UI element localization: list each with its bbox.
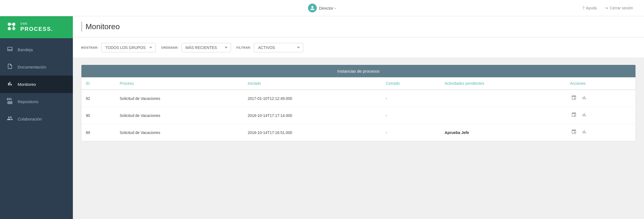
table-section-title: Instancias de procesos — [81, 65, 635, 77]
col-id[interactable]: ID — [81, 77, 115, 90]
cell-actividades — [440, 107, 566, 124]
sidebar-item-documentacion-label: Documentación — [18, 65, 46, 69]
cell-iniciado: 2017-01-10T12:12:49.000 — [243, 90, 381, 107]
table-row: 89 Solicitud de Vacaciones 2016-10-14T17… — [81, 124, 635, 141]
cell-actividades — [440, 90, 566, 107]
instances-table: ID Proceso Iniciado Cerrado Actividades … — [81, 77, 635, 141]
sidebar-item-colaboracion[interactable]: Colaboración — [0, 110, 73, 128]
filters-area: MOSTRAR: TODOS LOS GRUPOS GRUPO A GRUPO … — [73, 37, 644, 58]
sidebar: SWB PROCESS. Bandeja Documentación — [0, 16, 73, 219]
cell-id: 92 — [81, 90, 115, 107]
flow-icon-89[interactable] — [570, 128, 578, 137]
cell-cerrado: - — [381, 124, 440, 141]
col-acciones[interactable]: Acciones — [566, 77, 635, 90]
logout-icon: ↪ — [605, 6, 608, 10]
top-bar: Director - ? Ayuda ↪ Cerrar sesión — [0, 0, 644, 16]
ordenar-label: ORDENAR: — [161, 46, 178, 49]
chart-icon-89[interactable] — [580, 128, 588, 137]
main-layout: SWB PROCESS. Bandeja Documentación — [0, 16, 644, 219]
col-proceso[interactable]: Proceso — [115, 77, 243, 90]
sidebar-nav: Bandeja Documentación Monitoreo Reposito… — [0, 38, 73, 128]
cell-cerrado: - — [381, 90, 440, 107]
cell-acciones — [566, 107, 635, 124]
logo-icon — [5, 20, 18, 34]
table-header-row: ID Proceso Iniciado Cerrado Actividades … — [81, 77, 635, 90]
cell-iniciado: 2016-10-14T17:16:51.000 — [243, 124, 381, 141]
mostrar-label: MOSTRAR: — [81, 46, 98, 49]
cell-cerrado: - — [381, 107, 440, 124]
help-label: Ayuda — [586, 6, 597, 10]
logo-text: SWB PROCESS. — [20, 22, 53, 32]
table-row: 90 Solicitud de Vacaciones 2016-10-14T17… — [81, 107, 635, 124]
header-bar-decoration — [81, 22, 82, 32]
sidebar-item-bandeja-label: Bandeja — [18, 47, 33, 52]
cell-acciones — [566, 90, 635, 107]
col-iniciado[interactable]: Iniciado — [243, 77, 381, 90]
top-bar-actions: ? Ayuda ↪ Cerrar sesión — [582, 6, 633, 10]
sidebar-logo: SWB PROCESS. — [0, 16, 73, 38]
sidebar-item-monitoreo[interactable]: Monitoreo — [0, 76, 73, 93]
cell-acciones — [566, 124, 635, 141]
sidebar-item-bandeja[interactable]: Bandeja — [0, 41, 73, 58]
mostrar-select[interactable]: TODOS LOS GRUPOS GRUPO A GRUPO B — [101, 43, 156, 52]
bandeja-icon — [7, 46, 13, 53]
sidebar-item-monitoreo-label: Monitoreo — [18, 82, 36, 87]
help-button[interactable]: ? Ayuda — [582, 6, 597, 10]
content-area: Monitoreo MOSTRAR: TODOS LOS GRUPOS GRUP… — [73, 16, 644, 219]
table-wrapper: Instancias de procesos ID Proceso Inicia… — [81, 65, 636, 141]
sidebar-item-repositorio-label: Repositorio — [18, 99, 38, 104]
svg-point-2 — [8, 27, 11, 30]
flow-icon-90[interactable] — [570, 111, 578, 120]
chart-icon-92[interactable] — [580, 94, 588, 103]
cell-iniciado: 2016-10-14T17:17:14.000 — [243, 107, 381, 124]
table-area: Instancias de procesos ID Proceso Inicia… — [73, 58, 644, 148]
filtrar-select[interactable]: ACTIVOS INACTIVOS TODOS — [254, 43, 303, 52]
logout-button[interactable]: ↪ Cerrar sesión — [605, 6, 633, 10]
filtrar-label: FILTRAR: — [236, 46, 251, 49]
cell-proceso: Solicitud de Vacaciones — [115, 124, 243, 141]
logout-label: Cerrar sesión — [610, 6, 633, 10]
page-header: Monitoreo — [73, 16, 644, 37]
col-cerrado[interactable]: Cerrado — [381, 77, 440, 90]
user-label: Director - — [319, 6, 336, 10]
chart-icon-90[interactable] — [580, 111, 588, 120]
col-actividades[interactable]: Actividades pendientes — [440, 77, 566, 90]
help-icon: ? — [582, 6, 585, 10]
cell-proceso: Solicitud de Vacaciones — [115, 107, 243, 124]
documentacion-icon — [7, 63, 13, 71]
sidebar-item-colaboracion-label: Colaboración — [18, 117, 42, 121]
cell-proceso: Solicitud de Vacaciones — [115, 90, 243, 107]
cell-id: 90 — [81, 107, 115, 124]
monitoreo-icon — [7, 81, 13, 88]
avatar-icon — [308, 4, 317, 12]
ordenar-select[interactable]: MÁS RECIENTES MÁS ANTIGUOS — [181, 43, 231, 52]
sidebar-item-repositorio[interactable]: Repositorio — [0, 93, 73, 110]
cell-id: 89 — [81, 124, 115, 141]
sidebar-item-documentacion[interactable]: Documentación — [0, 58, 73, 76]
table-row: 92 Solicitud de Vacaciones 2017-01-10T12… — [81, 90, 635, 107]
cell-actividades: Aprueba Jefe — [440, 124, 566, 141]
repositorio-icon — [7, 98, 13, 105]
page-title: Monitoreo — [86, 22, 120, 31]
ordenar-filter-group: ORDENAR: MÁS RECIENTES MÁS ANTIGUOS — [161, 43, 231, 52]
filtrar-filter-group: FILTRAR: ACTIVOS INACTIVOS TODOS — [236, 43, 304, 52]
colaboracion-icon — [7, 115, 13, 123]
user-info: Director - — [308, 4, 336, 12]
flow-icon-92[interactable] — [570, 94, 578, 103]
mostrar-filter-group: MOSTRAR: TODOS LOS GRUPOS GRUPO A GRUPO … — [81, 43, 156, 52]
